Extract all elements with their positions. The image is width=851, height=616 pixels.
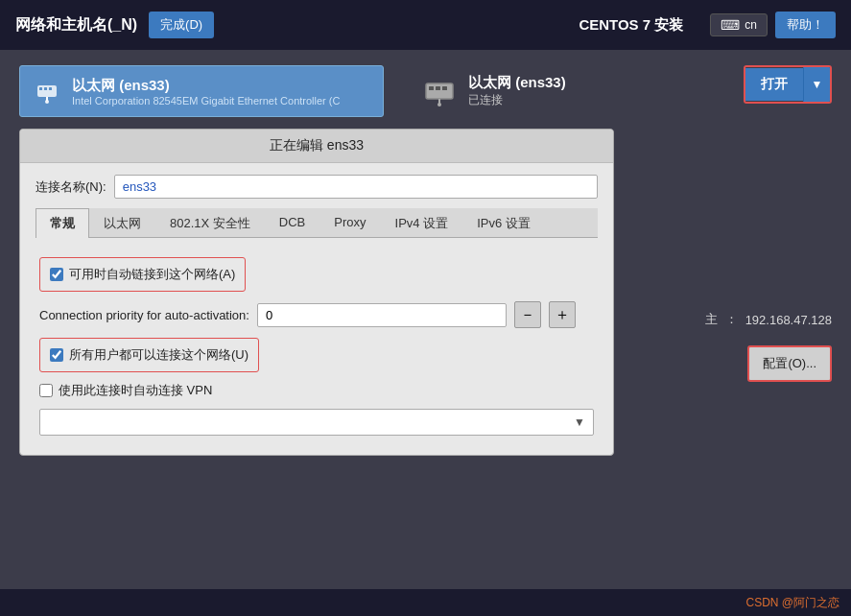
tabs: 常规 以太网 802.1X 安全性 DCB Proxy IPv4 设置 IPv6… bbox=[35, 208, 598, 238]
ip-row: 主 ： 192.168.47.128 bbox=[705, 311, 832, 328]
keyboard-indicator[interactable]: ⌨ cn bbox=[710, 13, 768, 36]
priority-plus-btn[interactable]: ＋ bbox=[549, 301, 576, 328]
edit-dialog: 正在编辑 ens33 连接名称(N): 常规 以太网 802.1X 安全性 DC… bbox=[19, 129, 614, 456]
device-status-icon bbox=[422, 74, 457, 108]
tab-content-general: 可用时自动链接到这个网络(A) Connection priority for … bbox=[35, 249, 598, 443]
checkbox-all-users-group: 所有用户都可以连接这个网络(U) bbox=[39, 338, 259, 372]
checkbox-all-users-label: 所有用户都可以连接这个网络(U) bbox=[69, 346, 248, 364]
open-button-toggle[interactable]: ▼ bbox=[803, 67, 830, 102]
ip-address: 192.168.47.128 bbox=[745, 313, 832, 327]
tab-ipv4[interactable]: IPv4 设置 bbox=[381, 208, 463, 238]
ethernet-icon bbox=[32, 76, 62, 107]
svg-rect-0 bbox=[37, 85, 57, 97]
device-name: 以太网 (ens33) bbox=[72, 77, 340, 95]
main-content-row: 以太网 (ens33) Intel Corporation 82545EM Gi… bbox=[19, 65, 832, 456]
connection-name-row: 连接名称(N): bbox=[35, 175, 598, 199]
status-bar: CSDN @阿门之恋 bbox=[0, 589, 851, 616]
done-button[interactable]: 完成(D) bbox=[149, 12, 214, 38]
open-btn-area: 打开 ▼ bbox=[744, 65, 832, 104]
main-right: 打开 ▼ 主 ： 192.168.47.128 配置(O)... bbox=[705, 65, 832, 382]
priority-label: Connection priority for auto-activation: bbox=[39, 308, 249, 322]
hostname-label: 主 bbox=[705, 311, 718, 328]
config-button[interactable]: 配置(O)... bbox=[747, 345, 832, 382]
device-info: 以太网 (ens33) Intel Corporation 82545EM Gi… bbox=[72, 77, 340, 107]
help-button[interactable]: 帮助！ bbox=[775, 12, 836, 38]
device-desc: Intel Corporation 82545EM Gigabit Ethern… bbox=[72, 95, 340, 107]
priority-minus-btn[interactable]: － bbox=[514, 301, 541, 328]
device-status-name: 以太网 (ens33) bbox=[468, 74, 566, 92]
connection-name-label: 连接名称(N): bbox=[35, 178, 106, 196]
svg-point-11 bbox=[437, 103, 441, 107]
vpn-row: 使用此连接时自动连接 VPN bbox=[39, 382, 594, 399]
svg-point-5 bbox=[45, 100, 49, 104]
checkbox-all-users-row: 所有用户都可以连接这个网络(U) bbox=[50, 346, 248, 364]
main-area: 以太网 (ens33) Intel Corporation 82545EM Gi… bbox=[0, 50, 851, 589]
checkbox-auto-connect-label: 可用时自动链接到这个网络(A) bbox=[69, 266, 235, 283]
tab-ethernet[interactable]: 以太网 bbox=[89, 208, 155, 238]
open-button[interactable]: 打开 bbox=[745, 68, 803, 101]
device-status-sub: 已连接 bbox=[468, 92, 566, 108]
priority-input[interactable] bbox=[257, 303, 507, 327]
vpn-label: 使用此连接时自动连接 VPN bbox=[59, 382, 212, 399]
edit-dialog-title: 正在编辑 ens33 bbox=[20, 130, 613, 163]
priority-row: Connection priority for auto-activation:… bbox=[39, 301, 594, 328]
tab-8021x[interactable]: 802.1X 安全性 bbox=[155, 208, 265, 238]
keyboard-icon: ⌨ bbox=[721, 17, 740, 33]
tab-dcb[interactable]: DCB bbox=[265, 208, 319, 238]
device-status-info: 以太网 (ens33) 已连接 bbox=[468, 74, 566, 108]
device-list-item[interactable]: 以太网 (ens33) Intel Corporation 82545EM Gi… bbox=[19, 65, 384, 117]
svg-rect-3 bbox=[49, 87, 52, 90]
open-toggle-arrow: ▼ bbox=[812, 78, 823, 91]
checkbox-auto-connect[interactable] bbox=[50, 268, 63, 281]
brand-label: CSDN @阿门之恋 bbox=[745, 595, 839, 611]
tab-ipv6[interactable]: IPv6 设置 bbox=[462, 208, 545, 238]
tab-proxy[interactable]: Proxy bbox=[319, 208, 380, 238]
top-bar-left: 网络和主机名(_N) 完成(D) bbox=[15, 12, 214, 38]
keyboard-lang: cn bbox=[745, 18, 757, 32]
device-status-panel: 以太网 (ens33) 已连接 bbox=[422, 74, 690, 108]
svg-rect-8 bbox=[436, 86, 440, 90]
checkbox-group: 可用时自动链接到这个网络(A) bbox=[39, 257, 246, 292]
svg-rect-6 bbox=[426, 83, 453, 99]
svg-rect-1 bbox=[39, 87, 42, 90]
checkbox-vpn[interactable] bbox=[39, 384, 53, 397]
svg-rect-9 bbox=[442, 86, 447, 90]
top-bar-right: CENTOS 7 安装 ⌨ cn 帮助！ bbox=[579, 12, 836, 38]
checkbox-all-users[interactable] bbox=[50, 348, 63, 362]
window-title: 网络和主机名(_N) bbox=[15, 15, 137, 36]
tab-general[interactable]: 常规 bbox=[35, 208, 89, 238]
svg-rect-2 bbox=[44, 87, 47, 90]
centos-label: CENTOS 7 安装 bbox=[579, 16, 683, 35]
edit-dialog-body: 连接名称(N): 常规 以太网 802.1X 安全性 DCB Proxy IPv… bbox=[20, 163, 613, 455]
main-left: 以太网 (ens33) Intel Corporation 82545EM Gi… bbox=[19, 65, 690, 456]
svg-rect-7 bbox=[429, 86, 434, 90]
top-bar: 网络和主机名(_N) 完成(D) CENTOS 7 安装 ⌨ cn 帮助！ bbox=[0, 0, 851, 50]
checkbox-auto-connect-row: 可用时自动链接到这个网络(A) bbox=[50, 266, 235, 283]
vpn-dropdown[interactable]: ▼ bbox=[39, 409, 594, 436]
vpn-dropdown-arrow: ▼ bbox=[574, 415, 585, 429]
connection-name-input[interactable] bbox=[114, 175, 598, 199]
